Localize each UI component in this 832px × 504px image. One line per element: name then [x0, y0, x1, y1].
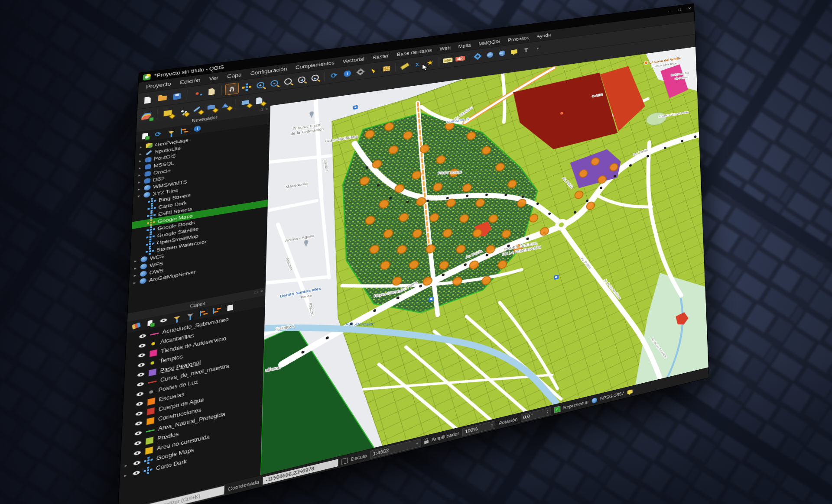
- move-map-icon[interactable]: [240, 81, 253, 93]
- xyz-layer-icon: [150, 214, 153, 216]
- rotation-label: Rotación: [498, 417, 517, 426]
- visibility-eye-icon[interactable]: [138, 352, 146, 359]
- collapse-all-icon[interactable]: [180, 126, 189, 135]
- layers-close-icon[interactable]: ×: [260, 289, 263, 294]
- visibility-eye-icon[interactable]: [134, 420, 143, 426]
- layer-swatch: [149, 390, 153, 394]
- browser-float-icon[interactable]: □: [260, 107, 263, 112]
- datasource-manager-icon[interactable]: [140, 110, 154, 123]
- style-manager-icon[interactable]: [191, 87, 204, 100]
- visibility-eye-icon[interactable]: [136, 381, 145, 388]
- lock-icon[interactable]: [424, 440, 429, 444]
- filter-expression-icon[interactable]: [185, 310, 195, 320]
- new-shapefile-icon[interactable]: [176, 105, 189, 117]
- expand-all-icon[interactable]: [199, 308, 208, 317]
- visibility-eye-icon[interactable]: [132, 470, 140, 476]
- manage-themes-icon[interactable]: [159, 316, 168, 325]
- extent-icon[interactable]: [341, 457, 348, 464]
- new-mesh-layer-icon[interactable]: [239, 97, 252, 109]
- save-project-icon[interactable]: [170, 90, 183, 102]
- new-project-icon[interactable]: [141, 94, 155, 106]
- visibility-eye-icon[interactable]: [137, 372, 145, 378]
- web-globe-icon[interactable]: [497, 48, 507, 58]
- toolbar-dropdown-icon[interactable]: ▾: [533, 43, 543, 54]
- postgis-icon: [145, 157, 152, 163]
- layer-swatch: [148, 380, 157, 383]
- restore-button[interactable]: □: [678, 7, 681, 12]
- zoom-next-icon[interactable]: ▸: [309, 72, 321, 84]
- processing-gear-icon[interactable]: [472, 51, 483, 62]
- layers-list: Acueducto_Subterraneo Alcantarillas Tien…: [118, 306, 265, 504]
- visibility-eye-icon[interactable]: [134, 430, 142, 436]
- text-annotation-icon[interactable]: T: [520, 45, 531, 55]
- layer-styling-icon[interactable]: [131, 321, 141, 330]
- visibility-eye-icon[interactable]: [133, 450, 141, 456]
- layer-swatch: [150, 332, 159, 335]
- render-checkbox[interactable]: ✓: [554, 406, 560, 413]
- visibility-eye-icon[interactable]: [133, 460, 141, 466]
- chevron-down-icon: ▾: [416, 441, 418, 446]
- xyz-layer-icon: [151, 200, 153, 202]
- zoom-in-icon[interactable]: +: [254, 79, 266, 91]
- menu-capa[interactable]: Capa: [223, 70, 246, 81]
- xyz-globe-icon: [143, 191, 150, 198]
- layout-manager-icon[interactable]: [205, 86, 218, 98]
- new-spatialite-icon[interactable]: [190, 103, 203, 115]
- zoom-last-icon[interactable]: ◂: [296, 74, 308, 86]
- menu-ver[interactable]: Ver: [205, 73, 223, 84]
- collapse-all-layers-icon[interactable]: [212, 306, 221, 315]
- layer-swatch: [147, 397, 156, 405]
- browser-close-icon[interactable]: ×: [265, 107, 268, 111]
- add-selected-layer-icon[interactable]: [140, 132, 150, 140]
- browser-refresh-icon[interactable]: ⟳: [153, 130, 163, 139]
- settings-gear-icon[interactable]: [354, 66, 366, 78]
- arcgis-globe-icon: [140, 278, 146, 284]
- browser-tree: ▸GeoPackage ▸SpatiaLite ▸PostGIS ▸MSSQL …: [128, 123, 270, 313]
- metasearch-globe-icon[interactable]: [484, 49, 495, 60]
- new-virtual-layer-icon[interactable]: [219, 99, 232, 111]
- attribute-table-icon[interactable]: [380, 63, 392, 74]
- hand-icon: [228, 85, 237, 93]
- visibility-eye-icon[interactable]: [136, 391, 144, 397]
- visibility-eye-icon[interactable]: [136, 401, 144, 407]
- zoom-full-icon[interactable]: [282, 76, 294, 87]
- visibility-eye-icon[interactable]: [138, 343, 146, 349]
- label-toolbar-icon[interactable]: abc: [442, 55, 453, 66]
- identify-features-icon[interactable]: i: [341, 68, 354, 80]
- remove-layer-icon[interactable]: [225, 303, 234, 313]
- new-memory-layer-icon[interactable]: [205, 101, 218, 113]
- browser-properties-icon[interactable]: i: [193, 124, 202, 133]
- visibility-eye-icon[interactable]: [139, 333, 147, 339]
- ows-globe-icon: [140, 270, 147, 277]
- visibility-eye-icon[interactable]: [133, 440, 142, 446]
- messages-bubble-icon[interactable]: [627, 389, 633, 394]
- open-project-icon[interactable]: [156, 92, 169, 104]
- menu-malla[interactable]: Malla: [455, 41, 475, 51]
- refresh-icon[interactable]: ⟳: [328, 70, 340, 81]
- add-group-icon[interactable]: [145, 318, 155, 328]
- menu-web[interactable]: Web: [436, 44, 454, 54]
- select-features-icon[interactable]: [367, 65, 379, 76]
- layer-swatch: [145, 446, 153, 455]
- pan-map-icon[interactable]: [225, 83, 239, 96]
- xyz-layer-icon: [150, 229, 152, 231]
- xyz-layer-icon: [149, 243, 151, 245]
- new-annotation-layer-icon[interactable]: [253, 95, 265, 107]
- zoom-out-icon[interactable]: −: [268, 78, 280, 89]
- layer-swatch: [146, 417, 155, 425]
- layer-swatch: [150, 361, 154, 365]
- filter-legend-icon[interactable]: [172, 313, 182, 323]
- visibility-eye-icon[interactable]: [135, 410, 143, 417]
- layer-swatch: [146, 436, 154, 445]
- minimize-button[interactable]: –: [668, 8, 671, 13]
- menu-ayuda[interactable]: Ayuda: [533, 31, 555, 41]
- layers-float-icon[interactable]: □: [255, 290, 257, 294]
- measure-icon[interactable]: [399, 61, 411, 72]
- crs-globe-icon: [592, 397, 597, 404]
- close-button[interactable]: ×: [688, 6, 691, 11]
- visibility-eye-icon[interactable]: [137, 362, 146, 368]
- label-rules-icon[interactable]: abc: [455, 53, 466, 65]
- annotation-bubble-icon[interactable]: [509, 46, 520, 57]
- new-geopackage-icon[interactable]: [161, 107, 174, 119]
- browser-filter-icon[interactable]: [166, 128, 176, 137]
